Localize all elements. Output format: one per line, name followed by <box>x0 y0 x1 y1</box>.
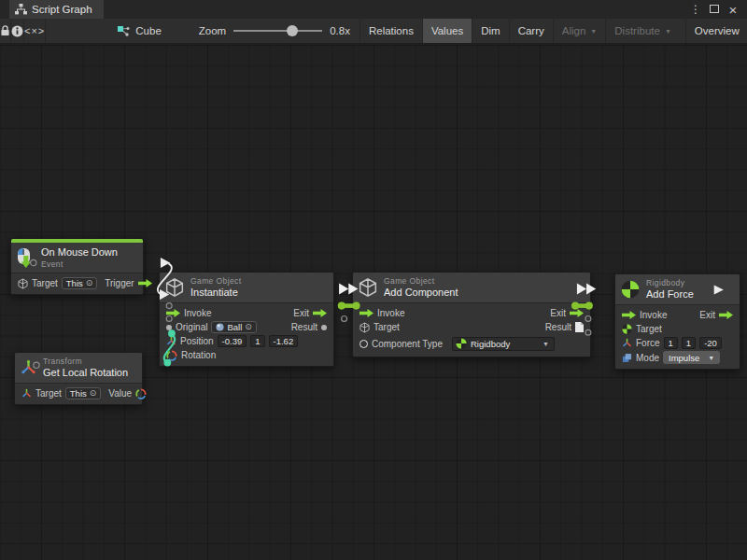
node-add-component-header[interactable]: Game Object Add Component <box>353 273 590 303</box>
invoke-flow-port[interactable] <box>359 309 374 317</box>
position-x-field[interactable]: -0.39 <box>218 335 247 347</box>
component-type-label: Component Type <box>372 339 443 349</box>
row-rotation: Rotation <box>160 348 333 362</box>
target-value: This <box>66 278 83 288</box>
align-dropdown-icon: ▼ <box>590 28 597 35</box>
result-label: Result <box>291 322 317 332</box>
node-title: On Mouse Down <box>41 246 118 259</box>
node-kicker: Game Object <box>190 276 241 287</box>
rotation-value-port[interactable] <box>135 388 147 399</box>
force-x-field[interactable]: 1 <box>664 337 678 349</box>
invoke-label: Invoke <box>640 310 667 320</box>
distribute-dropdown-icon: ▼ <box>665 28 671 35</box>
node-subtitle: Event <box>41 259 118 270</box>
game-object-icon <box>165 277 184 298</box>
node-add-component[interactable]: Game Object Add Component Invoke Exit Ta… <box>352 272 591 357</box>
toolbar-button-dim[interactable]: Dim <box>472 19 508 43</box>
target-label: Target <box>636 324 662 334</box>
zoom-control: Zoom 0.8x <box>190 19 359 43</box>
node-title: Add Force <box>646 288 694 301</box>
lock-button[interactable] <box>0 19 11 43</box>
rigidbody-icon <box>456 338 467 349</box>
toolbar-button-align-label: Align <box>562 25 586 36</box>
object-picker-icon[interactable]: ⊙ <box>90 389 97 398</box>
toolbar-button-relations[interactable]: Relations <box>359 19 422 43</box>
target-label: Target <box>374 322 400 332</box>
node-kicker: Transform <box>43 357 128 367</box>
invoke-flow-port[interactable] <box>622 311 636 319</box>
inspect-button[interactable] <box>11 19 24 43</box>
maximize-icon[interactable] <box>708 3 721 16</box>
node-on-mouse-down-header[interactable]: On Mouse Down Event <box>11 243 143 273</box>
node-kicker: Rigidbody <box>646 278 694 288</box>
node-title: Instantiate <box>190 287 241 300</box>
original-value: Ball <box>227 322 242 332</box>
csharp-preview-button[interactable]: <×> <box>24 19 46 43</box>
zoom-label: Zoom <box>199 25 226 36</box>
position-axes-icon <box>166 336 176 346</box>
original-value-chip[interactable]: Ball ⊙ <box>211 321 256 333</box>
trigger-flow-port[interactable] <box>138 279 152 287</box>
row-mode: Mode Impulse ▼ <box>615 350 740 365</box>
rotation-label: Rotation <box>181 350 216 360</box>
component-type-dropdown[interactable]: Rigidbody ▼ <box>452 337 555 351</box>
zoom-slider-track <box>233 30 322 32</box>
tab-script-graph[interactable]: Script Graph <box>9 0 104 19</box>
mode-dropdown[interactable]: Impulse ▼ <box>663 351 720 364</box>
force-axes-icon <box>622 338 632 348</box>
toolbar-button-carry[interactable]: Carry <box>509 19 553 43</box>
node-instantiate[interactable]: Game Object Instantiate Invoke Exit Orig… <box>159 272 334 367</box>
force-z-field[interactable]: -20 <box>699 337 722 349</box>
original-input-port[interactable] <box>166 325 172 330</box>
toolbar-button-overview[interactable]: Overview <box>685 19 747 43</box>
row-target-value: Target This ⊙ Value <box>15 386 142 400</box>
graph-canvas[interactable]: On Mouse Down Event Target This ⊙ Trigge… <box>0 44 747 560</box>
ball-asset-icon <box>216 323 224 331</box>
component-type-port[interactable] <box>359 340 368 348</box>
row-target: Target This ⊙ Trigger <box>11 276 143 290</box>
position-z-field[interactable]: -1.62 <box>269 335 299 347</box>
zoom-slider-handle[interactable] <box>287 25 298 36</box>
original-label: Original <box>176 322 207 332</box>
toolbar-button-distribute[interactable]: Distribute ▼ <box>605 19 680 43</box>
object-picker-icon[interactable]: ⊙ <box>86 279 93 287</box>
window-controls: ⋮ × <box>689 0 747 19</box>
invoke-label: Invoke <box>377 308 404 318</box>
dropdown-arrow-icon: ▼ <box>708 355 714 361</box>
zoom-slider[interactable] <box>233 24 322 37</box>
node-get-local-rotation-header[interactable]: Transform Get Local Rotation <box>15 353 142 384</box>
row-invoke-exit: Invoke Exit <box>353 306 590 320</box>
result-document-icon[interactable] <box>575 322 584 332</box>
toolbar-button-values[interactable]: Values <box>422 19 472 43</box>
invoke-flow-port[interactable] <box>166 309 180 317</box>
close-icon[interactable]: × <box>726 2 740 18</box>
node-title: Get Local Rotation <box>43 367 128 380</box>
node-add-force-header[interactable]: Rigidbody Add Force <box>615 274 740 305</box>
graph-tab-icon <box>15 4 27 15</box>
exit-flow-port[interactable] <box>313 309 327 317</box>
node-add-force[interactable]: Rigidbody Add Force Invoke Exit Target <box>614 273 740 370</box>
trigger-label: Trigger <box>105 278 134 288</box>
row-invoke-exit: Invoke Exit <box>615 308 740 322</box>
exit-label: Exit <box>293 308 309 318</box>
exit-flow-port[interactable] <box>719 311 733 319</box>
node-get-local-rotation[interactable]: Transform Get Local Rotation Target This… <box>14 352 143 405</box>
target-value-chip[interactable]: This ⊙ <box>65 387 102 399</box>
target-label: Target <box>35 388 62 399</box>
node-on-mouse-down[interactable]: On Mouse Down Event Target This ⊙ Trigge… <box>10 238 144 295</box>
force-y-field[interactable]: 1 <box>682 337 696 349</box>
object-picker-icon[interactable]: ⊙ <box>245 323 252 331</box>
zoom-value: 0.8x <box>330 25 350 36</box>
graph-breadcrumb[interactable]: Cube <box>109 19 171 43</box>
position-y-field[interactable]: 1 <box>250 335 264 347</box>
row-force: Force 1 1 -20 <box>615 336 740 350</box>
target-value-chip[interactable]: This ⊙ <box>62 277 98 289</box>
enum-icon <box>622 353 632 363</box>
node-title: Add Component <box>384 287 458 300</box>
menu-icon[interactable]: ⋮ <box>689 3 702 16</box>
exit-flow-port[interactable] <box>570 309 584 317</box>
result-output-port[interactable] <box>321 325 327 330</box>
toolbar-button-align[interactable]: Align ▼ <box>553 19 606 43</box>
toolbar: <×> Cube Zoom 0.8x Relations Values Dim … <box>0 19 747 44</box>
node-instantiate-header[interactable]: Game Object Instantiate <box>160 273 333 303</box>
